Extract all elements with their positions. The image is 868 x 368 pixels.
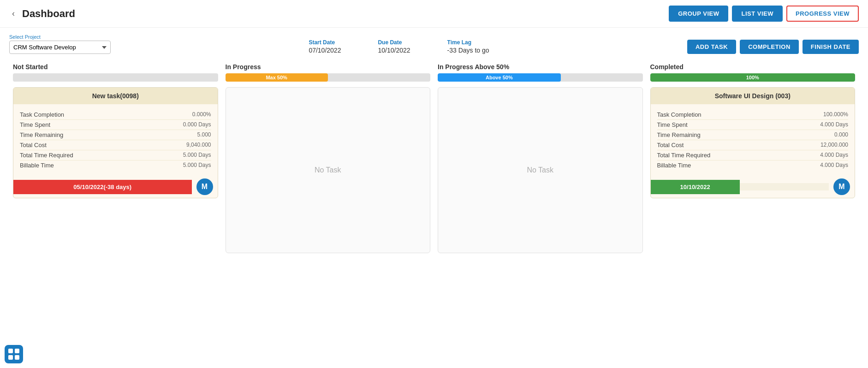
start-date-label: Start Date <box>309 39 341 46</box>
total-cost-value: 9,040.000 <box>186 142 211 148</box>
column-completed: Completed 100% Software UI Design (003) … <box>647 63 859 253</box>
time-spent-label: Time Spent <box>20 121 50 128</box>
billable-time-label-2: Billable Time <box>657 162 691 169</box>
avatar-2: M <box>833 178 850 195</box>
list-view-button[interactable]: LIST VIEW <box>732 6 783 22</box>
header-left: ‹ Dashboard <box>9 8 75 20</box>
date-info: Start Date 07/10/2022 Due Date 10/10/202… <box>309 39 489 54</box>
time-spent-value: 0.000 Days <box>183 121 211 128</box>
billable-time-value-2: 4.000 Days <box>820 162 848 169</box>
group-view-button[interactable]: GROUP VIEW <box>669 6 728 22</box>
table-row: Time Remaining 5.000 <box>20 130 211 140</box>
column-in-progress: In Progress Max 50% No Task <box>222 63 434 253</box>
task-card-footer-new-task: 05/10/2022(-38 days) M <box>13 176 218 198</box>
avatar: M <box>196 178 213 195</box>
progress-bar-in-progress: Max 50% <box>226 73 431 82</box>
page-title: Dashboard <box>22 8 75 20</box>
task-card-footer-software-ui: 10/10/2022 M <box>651 176 855 198</box>
time-remaining-label-2: Time Remaining <box>657 131 701 138</box>
footer-date-empty-2 <box>740 183 829 190</box>
due-date-value: 10/10/2022 <box>378 47 410 54</box>
total-cost-label-2: Total Cost <box>657 142 684 148</box>
task-card-software-ui: Software UI Design (003) Task Completion… <box>650 87 856 198</box>
task-card-header-software-ui: Software UI Design (003) <box>651 88 855 104</box>
time-spent-label-2: Time Spent <box>657 121 688 128</box>
time-remaining-value-2: 0.000 <box>834 131 848 138</box>
add-task-button[interactable]: ADD TASK <box>687 40 736 54</box>
total-time-req-value: 5.000 Days <box>183 152 211 159</box>
total-time-req-value-2: 4.000 Days <box>820 152 848 159</box>
time-lag-value: -33 Days to go <box>447 47 489 54</box>
progress-bar-completed: 100% <box>650 73 856 82</box>
completion-button[interactable]: COMPLETION <box>740 40 799 54</box>
progress-label-completed: 100% <box>746 75 759 80</box>
total-time-req-label-2: Total Time Required <box>657 152 711 159</box>
total-cost-value-2: 12,000.000 <box>820 142 848 148</box>
total-cost-label: Total Cost <box>20 142 47 148</box>
column-title-above-50: In Progress Above 50% <box>438 63 643 71</box>
progress-label-above-50: Above 50% <box>486 75 513 80</box>
time-lag: Time Lag -33 Days to go <box>447 39 489 54</box>
no-task-label-in-progress: No Task <box>315 166 341 174</box>
progress-bar-not-started <box>13 73 218 82</box>
table-row: Billable Time 5.000 Days <box>20 160 211 170</box>
task-card-body-new-task: Task Completion 0.000% Time Spent 0.000 … <box>13 104 218 176</box>
view-buttons: GROUP VIEW LIST VIEW PROGRESS VIEW <box>669 6 859 22</box>
column-title-in-progress: In Progress <box>226 63 431 71</box>
progress-view-button[interactable]: PROGRESS VIEW <box>786 6 859 22</box>
task-completion-value-2: 100.000% <box>823 111 848 118</box>
time-spent-value-2: 4.000 Days <box>820 121 848 128</box>
table-row: Time Spent 0.000 Days <box>20 120 211 130</box>
task-completion-value: 0.000% <box>192 111 211 118</box>
time-remaining-value: 5.000 <box>197 131 211 138</box>
billable-time-value: 5.000 Days <box>183 162 211 169</box>
no-task-above-50: No Task <box>438 87 643 253</box>
column-title-completed: Completed <box>650 63 856 71</box>
start-date: Start Date 07/10/2022 <box>309 39 341 54</box>
header: ‹ Dashboard GROUP VIEW LIST VIEW PROGRES… <box>0 0 868 28</box>
table-row: Total Cost 12,000.000 <box>657 140 849 150</box>
column-in-progress-above-50: In Progress Above 50% Above 50% No Task <box>434 63 647 253</box>
due-date: Due Date 10/10/2022 <box>378 39 410 54</box>
table-row: Time Remaining 0.000 <box>657 130 849 140</box>
time-lag-label: Time Lag <box>447 39 489 46</box>
start-date-value: 07/10/2022 <box>309 47 341 54</box>
task-completion-label-2: Task Completion <box>657 111 702 118</box>
table-row: Task Completion 100.000% <box>657 110 849 120</box>
sub-header: Select Project CRM Software Develop Star… <box>0 28 868 59</box>
time-remaining-label: Time Remaining <box>20 131 63 138</box>
project-selector: Select Project CRM Software Develop <box>9 34 111 54</box>
table-row: Billable Time 4.000 Days <box>657 160 849 170</box>
no-task-label-above-50: No Task <box>527 166 553 174</box>
table-row: Total Time Required 5.000 Days <box>20 150 211 160</box>
project-select[interactable]: CRM Software Develop <box>9 41 111 54</box>
task-card-body-software-ui: Task Completion 100.000% Time Spent 4.00… <box>651 104 855 176</box>
project-label: Select Project <box>9 34 111 40</box>
back-button[interactable]: ‹ <box>9 8 18 19</box>
footer-date-red: 05/10/2022(-38 days) <box>13 180 192 194</box>
total-time-req-label: Total Time Required <box>20 152 73 159</box>
column-title-not-started: Not Started <box>13 63 218 71</box>
columns-container: Not Started New task(0098) Task Completi… <box>0 59 868 253</box>
table-row: Total Cost 9,040.000 <box>20 140 211 150</box>
task-card-header-new-task: New task(0098) <box>13 88 218 104</box>
no-task-in-progress: No Task <box>226 87 431 253</box>
task-card-new-task: New task(0098) Task Completion 0.000% Ti… <box>13 87 218 198</box>
progress-label-in-progress: Max 50% <box>266 75 287 80</box>
column-not-started: Not Started New task(0098) Task Completi… <box>9 63 222 253</box>
billable-time-label: Billable Time <box>20 162 54 169</box>
progress-bar-above-50: Above 50% <box>438 73 643 82</box>
table-row: Time Spent 4.000 Days <box>657 120 849 130</box>
finish-date-button[interactable]: FINISH DATE <box>803 40 859 54</box>
table-row: Task Completion 0.000% <box>20 110 211 120</box>
table-row: Total Time Required 4.000 Days <box>657 150 849 160</box>
action-buttons: ADD TASK COMPLETION FINISH DATE <box>687 40 859 54</box>
task-completion-label: Task Completion <box>20 111 64 118</box>
footer-date-green: 10/10/2022 <box>651 180 740 194</box>
due-date-label: Due Date <box>378 39 410 46</box>
